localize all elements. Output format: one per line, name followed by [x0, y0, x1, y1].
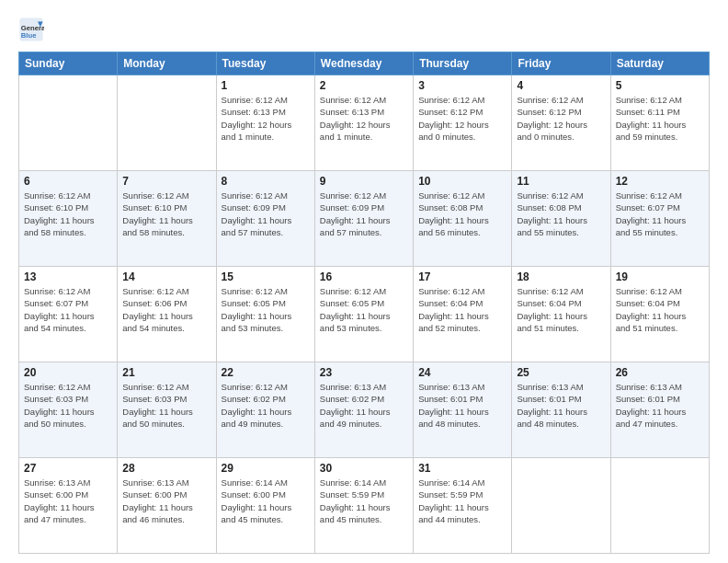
day-number: 14 [122, 270, 210, 283]
col-header-saturday: Saturday [610, 52, 709, 75]
calendar-week-3: 13Sunrise: 6:12 AM Sunset: 6:07 PM Dayli… [19, 267, 710, 362]
day-info: Sunrise: 6:12 AM Sunset: 6:03 PM Dayligh… [122, 381, 210, 430]
col-header-monday: Monday [118, 52, 216, 75]
calendar-cell: 19Sunrise: 6:12 AM Sunset: 6:04 PM Dayli… [610, 267, 709, 362]
day-info: Sunrise: 6:13 AM Sunset: 6:00 PM Dayligh… [122, 477, 210, 525]
day-number: 2 [320, 79, 408, 92]
day-info: Sunrise: 6:12 AM Sunset: 6:08 PM Dayligh… [418, 190, 506, 238]
day-number: 5 [616, 79, 704, 92]
svg-text:Blue: Blue [21, 31, 37, 40]
calendar-cell: 12Sunrise: 6:12 AM Sunset: 6:07 PM Dayli… [610, 171, 709, 267]
day-info: Sunrise: 6:12 AM Sunset: 6:06 PM Dayligh… [122, 285, 210, 334]
day-number: 7 [122, 175, 210, 188]
calendar-cell: 21Sunrise: 6:12 AM Sunset: 6:03 PM Dayli… [118, 362, 216, 458]
day-number: 9 [320, 175, 408, 188]
day-number: 29 [222, 462, 310, 475]
calendar-cell: 31Sunrise: 6:14 AM Sunset: 5:59 PM Dayli… [414, 458, 512, 554]
calendar-cell: 24Sunrise: 6:13 AM Sunset: 6:01 PM Dayli… [414, 362, 512, 458]
calendar-cell: 11Sunrise: 6:12 AM Sunset: 6:08 PM Dayli… [512, 171, 610, 267]
day-info: Sunrise: 6:13 AM Sunset: 6:01 PM Dayligh… [616, 381, 704, 430]
day-info: Sunrise: 6:13 AM Sunset: 6:01 PM Dayligh… [517, 381, 605, 430]
calendar-cell: 3Sunrise: 6:12 AM Sunset: 6:12 PM Daylig… [414, 75, 512, 171]
calendar-cell: 25Sunrise: 6:13 AM Sunset: 6:01 PM Dayli… [512, 362, 610, 458]
calendar-cell: 28Sunrise: 6:13 AM Sunset: 6:00 PM Dayli… [118, 458, 216, 554]
calendar-cell [118, 75, 216, 171]
day-number: 20 [24, 366, 112, 379]
day-info: Sunrise: 6:13 AM Sunset: 6:02 PM Dayligh… [320, 381, 408, 430]
col-header-thursday: Thursday [414, 52, 512, 75]
calendar-header-row: SundayMondayTuesdayWednesdayThursdayFrid… [19, 52, 710, 75]
day-info: Sunrise: 6:12 AM Sunset: 6:12 PM Dayligh… [517, 94, 605, 143]
calendar-cell [19, 75, 118, 171]
calendar-cell: 1Sunrise: 6:12 AM Sunset: 6:13 PM Daylig… [216, 75, 314, 171]
day-info: Sunrise: 6:12 AM Sunset: 6:05 PM Dayligh… [222, 285, 310, 334]
day-number: 24 [418, 366, 506, 379]
calendar-cell: 5Sunrise: 6:12 AM Sunset: 6:11 PM Daylig… [610, 75, 709, 171]
day-number: 13 [24, 270, 112, 283]
calendar-week-2: 6Sunrise: 6:12 AM Sunset: 6:10 PM Daylig… [19, 171, 710, 267]
logo-icon: General Blue [18, 17, 44, 42]
calendar-cell: 2Sunrise: 6:12 AM Sunset: 6:13 PM Daylig… [314, 75, 413, 171]
day-number: 27 [24, 462, 112, 475]
calendar-week-5: 27Sunrise: 6:13 AM Sunset: 6:00 PM Dayli… [19, 458, 710, 554]
day-info: Sunrise: 6:14 AM Sunset: 5:59 PM Dayligh… [320, 477, 408, 525]
logo: General Blue [18, 17, 48, 42]
calendar-cell: 6Sunrise: 6:12 AM Sunset: 6:10 PM Daylig… [19, 171, 118, 267]
col-header-friday: Friday [512, 52, 610, 75]
day-info: Sunrise: 6:14 AM Sunset: 6:00 PM Dayligh… [222, 477, 310, 525]
calendar-cell: 9Sunrise: 6:12 AM Sunset: 6:09 PM Daylig… [314, 171, 413, 267]
day-number: 30 [320, 462, 408, 475]
day-number: 25 [517, 366, 605, 379]
calendar-cell: 13Sunrise: 6:12 AM Sunset: 6:07 PM Dayli… [19, 267, 118, 362]
day-number: 26 [616, 366, 704, 379]
calendar-cell: 18Sunrise: 6:12 AM Sunset: 6:04 PM Dayli… [512, 267, 610, 362]
calendar-cell: 15Sunrise: 6:12 AM Sunset: 6:05 PM Dayli… [216, 267, 314, 362]
day-info: Sunrise: 6:13 AM Sunset: 6:00 PM Dayligh… [24, 477, 112, 525]
header: General Blue [18, 17, 710, 42]
day-number: 18 [517, 270, 605, 283]
day-info: Sunrise: 6:12 AM Sunset: 6:13 PM Dayligh… [320, 94, 408, 143]
page: General Blue SundayMondayTuesdayWednesda… [0, 0, 728, 563]
day-number: 1 [222, 79, 310, 92]
day-info: Sunrise: 6:12 AM Sunset: 6:09 PM Dayligh… [222, 190, 310, 238]
day-number: 12 [616, 175, 704, 188]
day-info: Sunrise: 6:12 AM Sunset: 6:04 PM Dayligh… [418, 285, 506, 334]
day-info: Sunrise: 6:12 AM Sunset: 6:04 PM Dayligh… [517, 285, 605, 334]
calendar-cell: 30Sunrise: 6:14 AM Sunset: 5:59 PM Dayli… [314, 458, 413, 554]
day-info: Sunrise: 6:12 AM Sunset: 6:10 PM Dayligh… [24, 190, 112, 238]
day-info: Sunrise: 6:13 AM Sunset: 6:01 PM Dayligh… [418, 381, 506, 430]
calendar-cell: 16Sunrise: 6:12 AM Sunset: 6:05 PM Dayli… [314, 267, 413, 362]
day-number: 10 [418, 175, 506, 188]
calendar-cell [512, 458, 610, 554]
calendar-cell: 8Sunrise: 6:12 AM Sunset: 6:09 PM Daylig… [216, 171, 314, 267]
calendar-cell: 23Sunrise: 6:13 AM Sunset: 6:02 PM Dayli… [314, 362, 413, 458]
day-info: Sunrise: 6:12 AM Sunset: 6:02 PM Dayligh… [222, 381, 310, 430]
calendar-cell: 26Sunrise: 6:13 AM Sunset: 6:01 PM Dayli… [610, 362, 709, 458]
col-header-wednesday: Wednesday [314, 52, 413, 75]
calendar-table: SundayMondayTuesdayWednesdayThursdayFrid… [18, 52, 710, 554]
calendar-cell: 4Sunrise: 6:12 AM Sunset: 6:12 PM Daylig… [512, 75, 610, 171]
calendar-cell: 7Sunrise: 6:12 AM Sunset: 6:10 PM Daylig… [118, 171, 216, 267]
day-number: 6 [24, 175, 112, 188]
day-info: Sunrise: 6:12 AM Sunset: 6:10 PM Dayligh… [122, 190, 210, 238]
calendar-week-4: 20Sunrise: 6:12 AM Sunset: 6:03 PM Dayli… [19, 362, 710, 458]
col-header-sunday: Sunday [19, 52, 118, 75]
calendar-week-1: 1Sunrise: 6:12 AM Sunset: 6:13 PM Daylig… [19, 75, 710, 171]
day-info: Sunrise: 6:12 AM Sunset: 6:12 PM Dayligh… [418, 94, 506, 143]
calendar-cell: 29Sunrise: 6:14 AM Sunset: 6:00 PM Dayli… [216, 458, 314, 554]
calendar-cell: 22Sunrise: 6:12 AM Sunset: 6:02 PM Dayli… [216, 362, 314, 458]
day-info: Sunrise: 6:12 AM Sunset: 6:13 PM Dayligh… [222, 94, 310, 143]
day-number: 31 [418, 462, 506, 475]
day-number: 8 [222, 175, 310, 188]
day-number: 4 [517, 79, 605, 92]
day-info: Sunrise: 6:12 AM Sunset: 6:07 PM Dayligh… [24, 285, 112, 334]
day-number: 16 [320, 270, 408, 283]
day-number: 21 [122, 366, 210, 379]
calendar-cell: 14Sunrise: 6:12 AM Sunset: 6:06 PM Dayli… [118, 267, 216, 362]
day-info: Sunrise: 6:12 AM Sunset: 6:07 PM Dayligh… [616, 190, 704, 238]
day-info: Sunrise: 6:12 AM Sunset: 6:08 PM Dayligh… [517, 190, 605, 238]
day-info: Sunrise: 6:12 AM Sunset: 6:05 PM Dayligh… [320, 285, 408, 334]
day-number: 28 [122, 462, 210, 475]
calendar-cell: 27Sunrise: 6:13 AM Sunset: 6:00 PM Dayli… [19, 458, 118, 554]
day-info: Sunrise: 6:14 AM Sunset: 5:59 PM Dayligh… [418, 477, 506, 525]
